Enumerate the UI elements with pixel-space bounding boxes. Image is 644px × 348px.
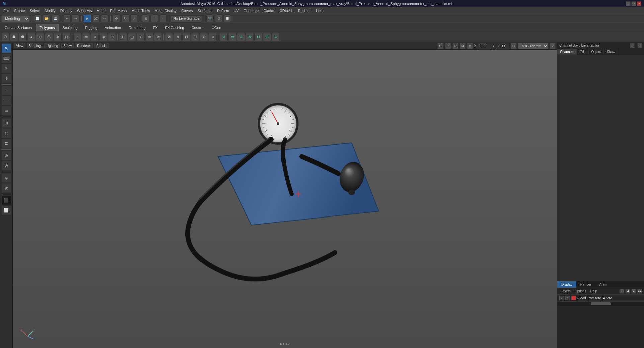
render-preview-button[interactable]: ⬛	[2, 196, 11, 205]
tab-fx[interactable]: FX	[150, 24, 161, 31]
display-settings-button[interactable]: ⚙	[215, 15, 222, 22]
tab-custom[interactable]: Custom	[188, 24, 208, 31]
camera-button[interactable]: 📷	[206, 15, 214, 22]
tab-animation[interactable]: Animation	[101, 24, 125, 31]
tab-polygons[interactable]: Polygons	[36, 24, 58, 31]
viewport-toggle-2[interactable]: ⊛	[467, 43, 473, 49]
frame-all-button[interactable]: ⊡	[437, 43, 444, 49]
snap-curve-button[interactable]: ⌒	[151, 15, 158, 22]
layer-visibility-v[interactable]: V	[559, 296, 564, 300]
mirror-icon[interactable]: ⊡	[108, 33, 116, 41]
tab-sculpting[interactable]: Sculpting	[59, 24, 81, 31]
channels-tab[interactable]: Channels	[557, 49, 577, 55]
menu-windows[interactable]: Windows	[75, 8, 94, 13]
layer-visibility-p[interactable]: P	[565, 296, 570, 300]
close-button[interactable]: ✕	[637, 1, 641, 6]
soft-mod-icon[interactable]: ⊜	[174, 33, 182, 41]
teal-icon-6[interactable]: ⊞	[263, 33, 271, 41]
teal-icon-3[interactable]: ⊛	[237, 33, 245, 41]
renderer-menu[interactable]: Renderer	[75, 43, 93, 48]
transform-icon[interactable]: ⊠	[165, 33, 173, 41]
anim-tab[interactable]: Anim	[595, 281, 611, 288]
menu-redshift[interactable]: Redshift	[296, 8, 313, 13]
menu-mesh-display[interactable]: Mesh Display	[153, 8, 179, 13]
menu-display[interactable]: Display	[58, 8, 74, 13]
grid-toggle-button[interactable]: ⊞	[452, 43, 458, 49]
render-button[interactable]: 🔲	[224, 15, 231, 22]
viewport[interactable]: View Shading Lighting Show Renderer Pane…	[13, 42, 557, 348]
new-layer-button[interactable]: +	[619, 289, 624, 294]
right-panel-minimize[interactable]: _	[630, 43, 635, 48]
plane-icon[interactable]: ▭	[82, 33, 90, 41]
menu-modify[interactable]: Modify	[43, 8, 57, 13]
tab-xgen[interactable]: XGen	[208, 24, 224, 31]
layer-color-swatch[interactable]	[571, 296, 576, 300]
face-mode-button[interactable]: ▭	[2, 106, 11, 115]
teal-icon-5[interactable]: ⊟	[254, 33, 262, 41]
weld-icon[interactable]: ⊕	[145, 33, 153, 41]
menu-uv[interactable]: UV	[232, 8, 241, 13]
no-live-surface-button[interactable]: No Live Surface	[171, 15, 202, 22]
teal-icon-4[interactable]: ⊠	[246, 33, 254, 41]
paint-select-button[interactable]: ✏	[101, 15, 108, 22]
help-tab[interactable]: Help	[589, 289, 598, 294]
cluster-icon[interactable]: ⊞	[191, 33, 199, 41]
color-icon[interactable]: ⬡	[511, 43, 517, 49]
shading-menu[interactable]: Shading	[27, 43, 43, 48]
show-menu[interactable]: Show	[61, 43, 74, 48]
menu-curves[interactable]: Curves	[179, 8, 195, 13]
mesh-icon-2[interactable]: ⬢	[10, 33, 18, 41]
save-scene-button[interactable]: 💾	[52, 15, 59, 22]
edge-mode-button[interactable]: —	[2, 96, 11, 105]
teal-icon-1[interactable]: ⊕	[220, 33, 228, 41]
menu-file[interactable]: File	[1, 8, 11, 13]
redo-button[interactable]: ↪	[72, 15, 79, 22]
snap-point-button[interactable]: ·	[159, 15, 167, 22]
rotate-button[interactable]: ↻	[122, 15, 129, 22]
object-tab[interactable]: Object	[589, 49, 604, 55]
view-menu[interactable]: View	[14, 43, 25, 48]
lasso-button[interactable]: ⌦	[92, 15, 100, 22]
layer-end-button[interactable]: ▶▶	[637, 289, 642, 294]
show-hide-button[interactable]: ◈	[2, 173, 11, 183]
layer-next-button[interactable]: ▶	[631, 289, 636, 294]
lighting-menu[interactable]: Lighting	[44, 43, 60, 48]
scene-canvas[interactable]	[13, 50, 557, 348]
render-tab[interactable]: Render	[576, 281, 595, 288]
target-weld-icon[interactable]: ⊗	[154, 33, 162, 41]
mode-selector[interactable]: Modeling Rigging Animation FX Rendering	[1, 15, 30, 22]
menu-mesh[interactable]: Mesh	[94, 8, 107, 13]
menu-create[interactable]: Create	[12, 8, 27, 13]
y-value-input[interactable]	[496, 43, 509, 49]
color-space-selector[interactable]: sRGB gamma Linear	[518, 43, 548, 49]
menu-3dtaall[interactable]: -3DtaAll-	[277, 8, 295, 13]
vertex-mode-button[interactable]: ·	[2, 86, 11, 95]
layers-tab[interactable]: Layers	[559, 289, 572, 294]
menu-generate[interactable]: Generate	[241, 8, 261, 13]
show-tab[interactable]: Show	[604, 49, 618, 55]
frame-sel-button[interactable]: ⊟	[445, 43, 451, 49]
menu-edit-mesh[interactable]: Edit Mesh	[108, 8, 129, 13]
snap-button[interactable]: ⊗	[2, 161, 11, 170]
isolate-button[interactable]: ◉	[2, 183, 11, 193]
menu-deform[interactable]: Deform	[215, 8, 231, 13]
smooth-icon[interactable]: ◎	[99, 33, 107, 41]
comp-select-button[interactable]: ⊞	[2, 118, 11, 128]
viewport-toggle-1[interactable]: ⊠	[460, 43, 466, 49]
teal-icon-2[interactable]: ⊗	[228, 33, 236, 41]
tab-rigging[interactable]: Rigging	[82, 24, 101, 31]
pivot-button[interactable]: ⊕	[2, 151, 11, 160]
menu-cache[interactable]: Cache	[261, 8, 276, 13]
x-value-input[interactable]	[478, 43, 491, 49]
mesh-icon-3[interactable]: ⬣	[19, 33, 27, 41]
panels-menu[interactable]: Panels	[94, 43, 109, 48]
undo-button[interactable]: ↩	[63, 15, 71, 22]
snap-grid-button[interactable]: ⊞	[142, 15, 149, 22]
tab-rendering[interactable]: Rendering	[125, 24, 149, 31]
viewport-canvas[interactable]: Y X Z persp	[13, 50, 557, 348]
render-preview-2[interactable]: ⬜	[2, 206, 11, 215]
new-scene-button[interactable]: 📄	[34, 15, 42, 22]
fill-hole-icon[interactable]: ◫	[128, 33, 136, 41]
tab-fx-caching[interactable]: FX Caching	[162, 24, 187, 31]
teal-icon-7[interactable]: ⊝	[272, 33, 280, 41]
